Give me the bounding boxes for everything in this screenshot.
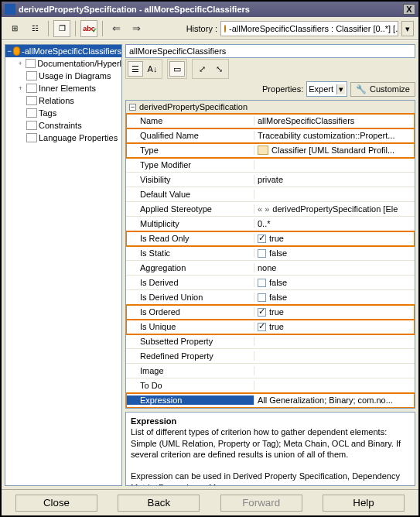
property-row[interactable]: Is Staticfalse xyxy=(126,246,415,261)
property-grid[interactable]: − derivedPropertySpecification NameallMo… xyxy=(125,100,415,409)
property-value[interactable]: « »derivedPropertySpecification [Ele xyxy=(254,204,415,214)
property-value[interactable]: private xyxy=(254,175,415,184)
property-value[interactable]: false xyxy=(254,278,415,287)
property-row[interactable]: Is Orderedtrue xyxy=(126,305,415,320)
button-bar: Close Back Forward Help xyxy=(2,489,418,515)
property-row[interactable]: TypeClassifier [UML Standard Profil... xyxy=(126,143,415,158)
history-dropdown-icon[interactable]: ▾ xyxy=(401,21,414,36)
property-value-text: private xyxy=(258,175,283,184)
toolbar-tree-icon[interactable]: ⊞ xyxy=(6,20,23,37)
property-value[interactable]: false xyxy=(254,248,415,258)
checkbox-icon[interactable] xyxy=(258,293,266,302)
close-button[interactable]: Close xyxy=(15,495,97,512)
collapse-minus-icon[interactable]: − xyxy=(129,104,136,111)
property-row[interactable]: Visibilityprivate xyxy=(126,173,415,187)
property-row[interactable]: To Do xyxy=(126,378,415,393)
expand-plus-icon[interactable]: + xyxy=(16,84,25,92)
property-value[interactable]: true xyxy=(254,307,415,317)
property-row[interactable]: Default Value xyxy=(126,187,415,202)
property-row[interactable]: Image xyxy=(126,364,415,378)
expand-icon[interactable]: ⤢ xyxy=(194,61,210,77)
checkbox-icon[interactable] xyxy=(258,323,266,331)
alpha-sort-icon[interactable]: A↓ xyxy=(145,61,160,77)
property-row[interactable]: Is Uniquetrue xyxy=(126,320,415,334)
property-row[interactable]: Type Modifier xyxy=(126,158,415,173)
property-value[interactable]: All Generalization; Binary; com.no... xyxy=(254,395,415,405)
property-value-text: 0..* xyxy=(258,219,271,228)
tree-item-label: Relations xyxy=(39,96,74,105)
tree-item[interactable]: Relations xyxy=(5,94,121,107)
property-value[interactable]: 0..* xyxy=(254,219,415,228)
toolbar-list-icon[interactable]: ☷ xyxy=(26,20,43,37)
property-row[interactable]: Applied Stereotype« »derivedPropertySpec… xyxy=(126,202,415,217)
app-icon xyxy=(5,4,15,15)
tree-item[interactable]: +Inner Elements xyxy=(5,82,121,94)
property-name: Is Read Only xyxy=(126,234,254,243)
tree-item[interactable]: Constraints xyxy=(5,119,121,132)
property-row[interactable]: Multiplicity0..* xyxy=(126,217,415,231)
property-row[interactable]: Is Read Onlytrue xyxy=(126,231,415,246)
toolbar-separator xyxy=(48,21,49,36)
property-row[interactable]: Qualified NameTraceability customization… xyxy=(126,128,415,143)
navigation-tree[interactable]: −-allMoreSpecificClassifiers+Documentati… xyxy=(5,44,122,486)
property-value-text: false xyxy=(269,278,287,287)
stereotype-glyph: « » xyxy=(258,204,269,214)
tree-item[interactable]: Usage in Diagrams xyxy=(5,70,121,82)
forward-arrow-icon[interactable]: ⇒ xyxy=(128,20,145,37)
classifier-icon xyxy=(258,146,268,155)
property-row[interactable]: ExpressionAll Generalization; Binary; co… xyxy=(126,393,415,408)
property-value[interactable]: false xyxy=(254,293,415,302)
property-value[interactable]: true xyxy=(254,234,415,243)
property-row[interactable]: Is Derived Unionfalse xyxy=(126,290,415,305)
tree-item[interactable]: Language Properties xyxy=(5,132,121,144)
property-value-text: false xyxy=(269,293,287,302)
property-value[interactable]: none xyxy=(254,263,415,272)
back-button[interactable]: Back xyxy=(118,495,200,512)
property-value-text: derivedPropertySpecification [Ele xyxy=(272,204,398,214)
property-value[interactable]: true xyxy=(254,322,415,331)
checkbox-icon[interactable] xyxy=(258,249,266,258)
dialog-window: derivedPropertySpecification - allMoreSp… xyxy=(0,0,420,517)
expand-plus-icon[interactable]: + xyxy=(16,60,24,67)
help-button[interactable]: Help xyxy=(323,495,405,512)
tree-item[interactable]: −-allMoreSpecificClassifiers xyxy=(5,45,121,57)
page-icon xyxy=(26,121,37,130)
toolbar-abc-icon[interactable]: abc xyxy=(80,20,97,37)
checkbox-icon[interactable] xyxy=(258,279,266,287)
titlebar[interactable]: derivedPropertySpecification - allMoreSp… xyxy=(2,2,418,17)
property-row[interactable]: NameallMoreSpecificClassifiers xyxy=(126,114,415,128)
checkbox-icon[interactable] xyxy=(258,235,266,243)
panel-header: allMoreSpecificClassifiers xyxy=(125,44,415,58)
grid-section-header[interactable]: − derivedPropertySpecification xyxy=(126,101,415,114)
history-combo[interactable]: -allMoreSpecificClassifiers : Classifier… xyxy=(220,21,398,36)
checkbox-icon[interactable] xyxy=(258,308,266,317)
back-arrow-icon[interactable]: ⇐ xyxy=(108,20,125,37)
mode-combo[interactable]: Expert ▾ xyxy=(306,81,347,97)
collapse-minus-icon[interactable]: − xyxy=(7,47,12,55)
property-row[interactable]: Aggregationnone xyxy=(126,261,415,276)
close-icon[interactable]: X xyxy=(403,4,415,15)
property-value[interactable]: Traceability customization::Propert... xyxy=(254,131,415,140)
property-value-text: true xyxy=(269,322,284,331)
tree-item-label: Usage in Diagrams xyxy=(39,71,111,80)
description-panel: Expression List of different types of cr… xyxy=(125,412,415,486)
customize-button[interactable]: 🔧 Customize xyxy=(350,82,415,97)
chevron-down-icon: ▾ xyxy=(336,84,345,94)
tree-item[interactable]: Tags xyxy=(5,107,121,119)
toolbar-copy-icon[interactable]: ❐ xyxy=(53,20,70,37)
property-value[interactable]: allMoreSpecificClassifiers xyxy=(254,116,415,125)
property-row[interactable]: Is Derivedfalse xyxy=(126,276,415,290)
content-area: −-allMoreSpecificClassifiers+Documentati… xyxy=(2,40,418,489)
forward-button[interactable]: Forward xyxy=(220,495,302,512)
property-name: Qualified Name xyxy=(126,131,254,140)
property-name: Expression xyxy=(126,395,254,405)
collapse-icon[interactable]: ⤡ xyxy=(211,61,227,77)
sort-group: ☰ A↓ xyxy=(125,59,162,79)
property-row[interactable]: Subsetted Property xyxy=(126,334,415,349)
property-name: Is Derived xyxy=(126,278,254,287)
property-row[interactable]: Redefined Property xyxy=(126,349,415,364)
view-box-icon[interactable]: ▭ xyxy=(169,61,185,77)
property-value[interactable]: Classifier [UML Standard Profil... xyxy=(254,146,415,155)
categorize-icon[interactable]: ☰ xyxy=(128,61,143,77)
tree-item[interactable]: +Documentation/Hyperl xyxy=(5,57,121,70)
